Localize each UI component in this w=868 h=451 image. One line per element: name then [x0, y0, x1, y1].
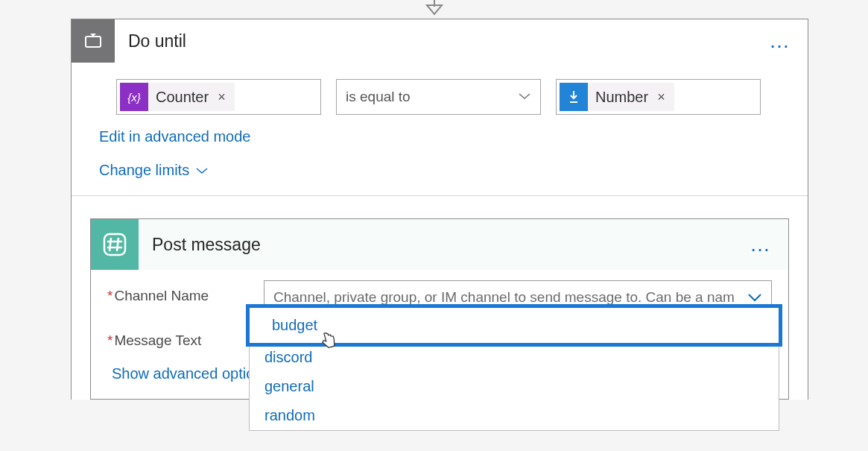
- post-message-card: Post message … *Channel Name Channel, pr…: [90, 218, 789, 400]
- divider: [72, 195, 808, 196]
- change-limits-link[interactable]: Change limits: [99, 162, 209, 179]
- do-until-card: Do until … {x} Counter × is equal to: [71, 19, 808, 400]
- input-icon: [560, 83, 588, 111]
- chevron-down-icon: [747, 292, 762, 303]
- operator-text: is equal to: [346, 89, 411, 105]
- edit-advanced-mode-link[interactable]: Edit in advanced mode: [99, 128, 250, 145]
- chevron-down-icon: [518, 90, 531, 104]
- dropdown-highlight-box: budget: [246, 304, 782, 347]
- channel-name-placeholder: Channel, private group, or IM channel to…: [273, 289, 735, 306]
- condition-row: {x} Counter × is equal to Number: [90, 79, 789, 115]
- post-message-header[interactable]: Post message …: [91, 219, 788, 270]
- do-until-header[interactable]: Do until …: [72, 19, 808, 63]
- post-message-more-icon[interactable]: …: [733, 233, 788, 256]
- remove-token-icon[interactable]: ×: [216, 89, 235, 105]
- message-text-label: *Message Text: [107, 325, 264, 349]
- token-label: Counter: [148, 89, 216, 106]
- channel-name-label: *Channel Name: [107, 280, 264, 304]
- dropdown-option-random[interactable]: random: [250, 401, 779, 430]
- condition-operator-select[interactable]: is equal to: [336, 79, 541, 115]
- counter-token[interactable]: {x} Counter ×: [120, 83, 235, 111]
- remove-token-icon[interactable]: ×: [656, 89, 674, 105]
- dropdown-option-general[interactable]: general: [250, 372, 779, 401]
- channel-dropdown: budget discord general random: [249, 304, 779, 431]
- do-until-title: Do until: [115, 31, 753, 51]
- svg-rect-0: [86, 37, 101, 47]
- channel-name-row: *Channel Name Channel, private group, or…: [91, 270, 788, 315]
- post-message-title: Post message: [139, 235, 733, 255]
- condition-right-input[interactable]: Number ×: [556, 79, 761, 115]
- number-token[interactable]: Number ×: [560, 83, 674, 111]
- svg-rect-1: [104, 234, 125, 255]
- token-label: Number: [588, 89, 656, 106]
- loop-icon: [72, 19, 115, 63]
- dropdown-option-discord[interactable]: discord: [250, 343, 779, 372]
- chevron-down-icon: [195, 166, 209, 175]
- connector-arrow: [422, 0, 447, 20]
- dropdown-option-budget[interactable]: budget: [250, 314, 779, 337]
- hash-icon: [91, 219, 139, 270]
- do-until-more-icon[interactable]: …: [753, 29, 808, 53]
- variable-icon: {x}: [120, 83, 148, 111]
- condition-left-input[interactable]: {x} Counter ×: [116, 79, 321, 115]
